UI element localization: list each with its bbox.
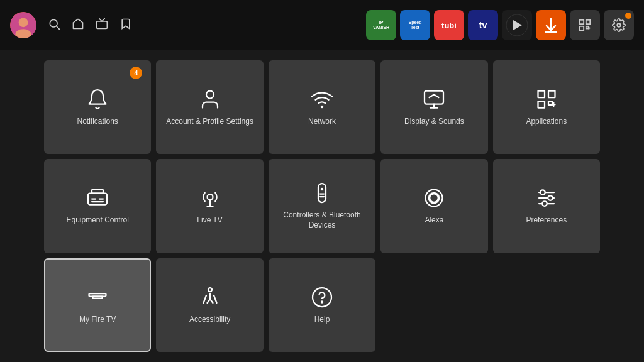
grid-item-network[interactable]: Network bbox=[269, 60, 375, 154]
monitor-icon bbox=[423, 88, 445, 111]
grid-item-account[interactable]: Account & Profile Settings bbox=[156, 60, 263, 154]
app-britbox[interactable]: tv bbox=[468, 10, 498, 40]
svg-rect-10 bbox=[580, 20, 584, 24]
app-kodi[interactable] bbox=[502, 10, 532, 40]
grid-item-controllers[interactable]: Controllers & Bluetooth Devices bbox=[269, 159, 375, 253]
grid-item-myfiretv[interactable]: My Fire TV bbox=[44, 258, 151, 352]
svg-point-16 bbox=[617, 23, 621, 27]
grid-item-help[interactable]: Help bbox=[269, 258, 375, 352]
help-icon bbox=[311, 286, 333, 309]
equipment-label: Equipment Control bbox=[67, 216, 129, 226]
settings-notification-dot bbox=[625, 13, 631, 19]
svg-rect-5 bbox=[97, 21, 108, 28]
account-label: Account & Profile Settings bbox=[166, 117, 253, 127]
svg-point-51 bbox=[313, 288, 331, 307]
app-tubi[interactable]: tubi bbox=[434, 10, 464, 40]
svg-line-4 bbox=[57, 26, 60, 29]
accessibility-label: Accessibility bbox=[189, 315, 230, 325]
app-speedtest[interactable]: SpeedTest bbox=[400, 10, 430, 40]
bookmark-icon[interactable] bbox=[119, 18, 132, 33]
user-icon bbox=[199, 88, 221, 111]
svg-rect-11 bbox=[586, 20, 590, 24]
svg-rect-9 bbox=[545, 31, 557, 33]
remote-icon bbox=[311, 182, 333, 204]
myfiretv-label: My Fire TV bbox=[79, 315, 116, 325]
livetv-label: Live TV bbox=[197, 216, 222, 226]
applications-label: Applications bbox=[526, 117, 567, 127]
svg-point-47 bbox=[542, 201, 547, 206]
svg-rect-28 bbox=[88, 194, 107, 205]
svg-point-33 bbox=[207, 194, 213, 200]
help-label: Help bbox=[314, 315, 330, 325]
firetv-icon bbox=[86, 286, 109, 309]
app-grid-button[interactable] bbox=[570, 10, 600, 40]
antenna-icon bbox=[199, 187, 221, 209]
svg-rect-49 bbox=[93, 296, 103, 298]
sliders-icon bbox=[535, 187, 558, 209]
settings-grid: 4 Notifications Account & Profile Settin… bbox=[0, 50, 644, 362]
grid-item-accessibility[interactable]: Accessibility bbox=[156, 258, 263, 352]
settings-button[interactable] bbox=[604, 10, 634, 40]
notifications-label: Notifications bbox=[77, 117, 118, 127]
svg-rect-12 bbox=[580, 26, 584, 30]
display-label: Display & Sounds bbox=[404, 117, 464, 127]
svg-rect-36 bbox=[318, 184, 326, 202]
grid-item-equipment[interactable]: Equipment Control bbox=[44, 159, 151, 253]
svg-point-17 bbox=[206, 90, 214, 98]
svg-rect-29 bbox=[92, 190, 103, 194]
svg-point-37 bbox=[321, 188, 324, 191]
grid-item-applications[interactable]: Applications bbox=[493, 60, 600, 154]
notification-badge: 4 bbox=[130, 67, 142, 79]
svg-point-45 bbox=[540, 190, 545, 195]
home-icon[interactable] bbox=[72, 18, 84, 33]
svg-rect-19 bbox=[425, 90, 443, 104]
network-label: Network bbox=[308, 117, 336, 127]
svg-point-41 bbox=[430, 194, 439, 203]
grid-item-alexa[interactable]: Alexa bbox=[380, 159, 487, 253]
app-bar: IPVANISH SpeedTest tubi tv bbox=[366, 10, 634, 40]
search-icon[interactable] bbox=[48, 18, 60, 33]
svg-point-50 bbox=[208, 288, 212, 292]
controllers-label: Controllers & Bluetooth Devices bbox=[276, 211, 368, 230]
svg-rect-24 bbox=[538, 101, 545, 108]
svg-point-40 bbox=[426, 190, 443, 207]
app-downloader[interactable] bbox=[536, 10, 566, 40]
nav-icons bbox=[48, 18, 132, 33]
top-navigation-bar: IPVANISH SpeedTest tubi tv bbox=[0, 0, 644, 50]
grid-item-display[interactable]: Display & Sounds bbox=[380, 60, 487, 154]
apps-icon bbox=[535, 88, 558, 111]
tv-icon[interactable] bbox=[96, 18, 108, 33]
svg-rect-22 bbox=[538, 90, 545, 97]
alexa-label: Alexa bbox=[425, 216, 443, 226]
avatar[interactable] bbox=[10, 12, 36, 38]
equipment-icon bbox=[86, 187, 109, 209]
grid-item-livetv[interactable]: Live TV bbox=[156, 159, 263, 253]
svg-point-46 bbox=[548, 195, 553, 200]
svg-point-1 bbox=[19, 18, 28, 27]
grid-item-notifications[interactable]: 4 Notifications bbox=[44, 60, 151, 154]
grid-item-preferences[interactable]: Preferences bbox=[493, 159, 600, 253]
bell-icon bbox=[86, 88, 109, 111]
wifi-icon bbox=[311, 88, 333, 111]
preferences-label: Preferences bbox=[526, 216, 567, 226]
app-ipvanish[interactable]: IPVANISH bbox=[366, 10, 396, 40]
alexa-icon bbox=[423, 187, 445, 209]
accessibility-icon bbox=[199, 286, 221, 309]
svg-rect-23 bbox=[548, 90, 555, 97]
